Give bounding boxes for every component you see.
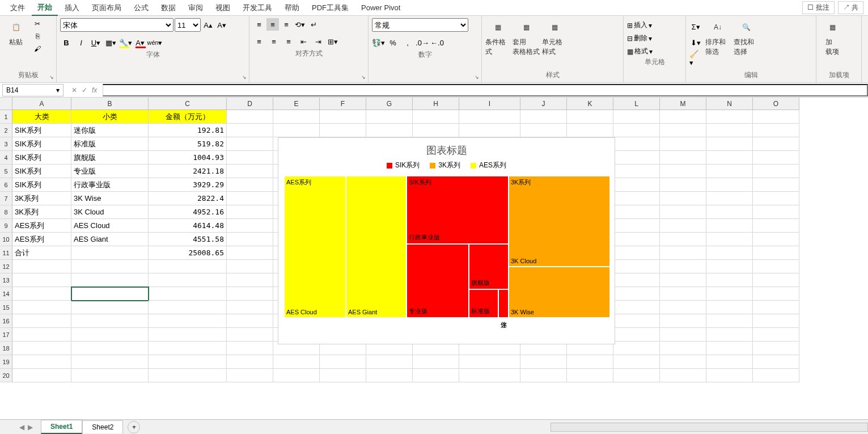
column-header[interactable]: L xyxy=(613,98,660,110)
cell[interactable] xyxy=(660,273,706,287)
cell[interactable] xyxy=(706,301,753,314)
cell[interactable] xyxy=(660,314,706,328)
cell[interactable] xyxy=(520,369,567,382)
cell[interactable] xyxy=(227,110,273,124)
tab-layout[interactable]: 页面布局 xyxy=(86,1,127,15)
cell[interactable] xyxy=(706,124,753,137)
horizontal-scrollbar[interactable] xyxy=(551,423,868,432)
cell[interactable] xyxy=(227,137,273,151)
cell[interactable]: SIK系列 xyxy=(12,151,71,165)
cell[interactable] xyxy=(149,287,227,301)
align-right-icon[interactable]: ≡ xyxy=(282,35,295,48)
row-header[interactable]: 8 xyxy=(0,205,12,219)
cell[interactable]: 3929.29 xyxy=(149,178,227,192)
cell[interactable]: 1004.93 xyxy=(149,151,227,165)
cell[interactable] xyxy=(149,273,227,287)
cell[interactable] xyxy=(753,110,799,124)
tm-sik-admin[interactable]: SIK系列 行政事业版 xyxy=(407,176,509,244)
cell[interactable] xyxy=(753,205,799,219)
cell[interactable] xyxy=(149,355,227,369)
tm-sik-flagship[interactable]: 旗舰版 xyxy=(469,244,509,289)
cell[interactable] xyxy=(413,369,459,382)
cell[interactable] xyxy=(753,260,799,273)
cell[interactable] xyxy=(71,355,149,369)
cell[interactable] xyxy=(706,355,753,369)
cell[interactable] xyxy=(149,328,227,342)
tab-data[interactable]: 数据 xyxy=(155,1,181,15)
wrap-text-button[interactable]: ↵ xyxy=(307,18,320,31)
align-middle-icon[interactable]: ≡ xyxy=(266,18,279,31)
font-size-select[interactable]: 11 xyxy=(175,18,201,32)
row-header[interactable]: 5 xyxy=(0,165,12,178)
cell[interactable] xyxy=(227,178,273,192)
cut-icon[interactable]: ✂ xyxy=(32,18,43,30)
cell[interactable] xyxy=(227,369,273,382)
column-header[interactable]: K xyxy=(567,98,613,110)
cell[interactable] xyxy=(660,233,706,246)
cell[interactable]: 行政事业版 xyxy=(71,178,149,192)
cell[interactable] xyxy=(706,273,753,287)
cell[interactable] xyxy=(613,355,660,369)
enter-icon[interactable]: ✓ xyxy=(82,86,87,94)
cell[interactable] xyxy=(12,301,71,314)
cell[interactable] xyxy=(706,151,753,165)
row-header[interactable]: 10 xyxy=(0,233,12,246)
column-header[interactable]: C xyxy=(149,98,227,110)
conditional-format-button[interactable]: ▦条件格式 xyxy=(485,18,510,57)
row-header[interactable]: 16 xyxy=(0,314,12,328)
tab-powerpivot[interactable]: Power Pivot xyxy=(355,1,406,14)
cell[interactable] xyxy=(660,205,706,219)
cell[interactable]: SIK系列 xyxy=(12,124,71,137)
formula-input[interactable] xyxy=(103,84,868,96)
cell[interactable]: 大类 xyxy=(12,110,71,124)
cell[interactable] xyxy=(753,328,799,342)
tm-3k-cloud[interactable]: 3K系列 3K Cloud xyxy=(509,176,610,267)
column-header[interactable]: O xyxy=(753,98,799,110)
cell[interactable] xyxy=(660,246,706,260)
cell[interactable] xyxy=(71,369,149,382)
cell[interactable]: 192.81 xyxy=(149,124,227,137)
cell[interactable] xyxy=(413,124,459,137)
cell[interactable] xyxy=(660,137,706,151)
cell[interactable] xyxy=(660,287,706,301)
cell[interactable]: 25008.65 xyxy=(149,246,227,260)
fill-icon[interactable]: ⬇▾ xyxy=(689,36,702,49)
percent-icon[interactable]: % xyxy=(387,36,399,49)
row-header[interactable]: 9 xyxy=(0,219,12,233)
tm-3k-wise[interactable]: 3K Wise xyxy=(509,267,610,318)
cell[interactable] xyxy=(71,246,149,260)
cell[interactable] xyxy=(71,314,149,328)
column-header[interactable]: E xyxy=(273,98,320,110)
row-header[interactable]: 20 xyxy=(0,369,12,382)
cell[interactable] xyxy=(613,246,660,260)
cell[interactable] xyxy=(706,328,753,342)
cell[interactable] xyxy=(706,219,753,233)
cell[interactable] xyxy=(706,369,753,382)
cell[interactable] xyxy=(660,328,706,342)
cell[interactable]: 3K系列 xyxy=(12,205,71,219)
cell[interactable] xyxy=(227,165,273,178)
row-header[interactable]: 17 xyxy=(0,328,12,342)
dialog-launcher-icon[interactable]: ↘ xyxy=(361,74,366,80)
cell[interactable]: 3K系列 xyxy=(12,192,71,205)
tab-formulas[interactable]: 公式 xyxy=(128,1,154,15)
comments-button[interactable]: ☐ 批注 xyxy=(802,1,834,14)
cell[interactable] xyxy=(706,192,753,205)
cell[interactable] xyxy=(227,328,273,342)
column-header[interactable]: N xyxy=(706,98,753,110)
align-center-icon[interactable]: ≡ xyxy=(268,35,280,48)
cell[interactable] xyxy=(613,151,660,165)
cell[interactable]: 3K Cloud xyxy=(71,205,149,219)
cell[interactable] xyxy=(660,355,706,369)
cell[interactable] xyxy=(613,369,660,382)
cell[interactable] xyxy=(613,205,660,219)
cell[interactable] xyxy=(613,192,660,205)
cell[interactable] xyxy=(567,369,613,382)
align-bottom-icon[interactable]: ≡ xyxy=(280,18,293,31)
cell[interactable] xyxy=(613,124,660,137)
tab-review[interactable]: 审阅 xyxy=(183,1,209,15)
cell[interactable] xyxy=(320,124,366,137)
cell[interactable] xyxy=(320,110,366,124)
column-header[interactable]: D xyxy=(227,98,273,110)
cell[interactable] xyxy=(660,151,706,165)
